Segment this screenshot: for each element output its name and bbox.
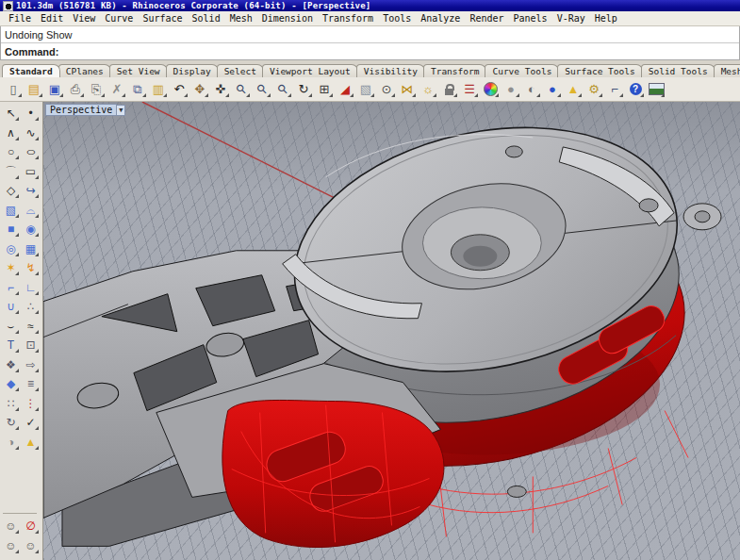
move-icon[interactable]: ✜ bbox=[211, 79, 231, 99]
render-env-icon[interactable] bbox=[647, 79, 666, 99]
cone-icon[interactable]: ▲ bbox=[564, 79, 584, 99]
sweep-surface-icon[interactable]: ⌓ bbox=[23, 202, 40, 219]
export-icon[interactable]: ⎘ bbox=[87, 79, 107, 99]
show-objects-icon[interactable]: ☺ bbox=[3, 537, 20, 554]
undo-icon[interactable]: ↶ bbox=[170, 79, 189, 99]
menu-item-transform[interactable]: Transform bbox=[318, 13, 378, 24]
array-linear-icon[interactable]: ⋮ bbox=[23, 395, 40, 412]
fillet-curve-icon[interactable]: ⌣ bbox=[3, 318, 20, 335]
sphere-icon[interactable]: ◉ bbox=[23, 221, 40, 238]
save-icon[interactable]: ▣ bbox=[45, 79, 65, 99]
mesh-box-icon[interactable]: ▦ bbox=[23, 240, 40, 257]
viewport-title-label[interactable]: Perspective bbox=[45, 104, 117, 116]
menu-item-render[interactable]: Render bbox=[465, 13, 508, 24]
record-history-icon[interactable]: ⋈ bbox=[398, 79, 418, 99]
trim-icon[interactable]: ↯ bbox=[23, 259, 40, 276]
menu-item-help[interactable]: Help bbox=[590, 13, 622, 24]
menu-item-file[interactable]: File bbox=[4, 13, 36, 24]
perspective-viewport[interactable]: Perspective ▼ bbox=[43, 102, 740, 560]
command-prompt[interactable]: Command: bbox=[1, 43, 739, 59]
layers-icon[interactable]: ☰ bbox=[460, 79, 480, 99]
pan-hand-icon[interactable]: ✥ bbox=[190, 79, 210, 99]
tab-mesh-tools[interactable]: Mesh Tools bbox=[714, 64, 740, 77]
render-sphere-icon[interactable]: ● bbox=[543, 79, 563, 99]
extend-curve-icon[interactable]: ↪ bbox=[23, 182, 40, 199]
menu-item-edit[interactable]: Edit bbox=[36, 13, 68, 24]
tab-cplanes[interactable]: CPlanes bbox=[58, 64, 111, 77]
help-icon[interactable]: ? bbox=[626, 79, 646, 99]
rotate-icon[interactable]: ↻ bbox=[3, 414, 20, 431]
menu-item-view[interactable]: View bbox=[68, 13, 100, 24]
curve-icon[interactable]: ∿ bbox=[23, 124, 40, 141]
viewport-layout-icon[interactable]: ⊞ bbox=[315, 79, 335, 99]
history-tree-icon[interactable]: ⌐ bbox=[605, 79, 625, 99]
torus-icon[interactable]: ◎ bbox=[3, 240, 20, 257]
solid-edit-icon[interactable]: ◆ bbox=[3, 375, 20, 392]
boolean-difference-icon[interactable]: ◑ bbox=[3, 434, 20, 451]
tab-transform[interactable]: Transform bbox=[423, 64, 486, 77]
delete-icon[interactable]: ✗ bbox=[107, 79, 127, 99]
viewport-menu-arrow-icon[interactable]: ▼ bbox=[117, 105, 125, 116]
menu-item-analyze[interactable]: Analyze bbox=[416, 13, 465, 24]
menu-item-panels[interactable]: Panels bbox=[509, 13, 552, 24]
3d-model-scene[interactable] bbox=[43, 102, 740, 560]
menu-item-tools[interactable]: Tools bbox=[378, 13, 416, 24]
paste-icon[interactable]: ▥ bbox=[149, 79, 169, 99]
tab-viewport-layout[interactable]: Viewport Layout bbox=[262, 64, 358, 77]
text-icon[interactable]: T bbox=[3, 337, 20, 354]
tab-surface-tools[interactable]: Surface Tools bbox=[557, 64, 642, 77]
edit-points-icon[interactable]: ⊡ bbox=[23, 337, 40, 354]
model-red-selection-front[interactable] bbox=[222, 400, 444, 547]
lock-icon[interactable] bbox=[439, 79, 459, 99]
fillet-edge-icon[interactable]: ⌐ bbox=[3, 279, 20, 296]
zoom-window-icon[interactable]: ⚲ bbox=[253, 79, 272, 99]
change-layer-icon[interactable]: ⇨ bbox=[23, 356, 40, 373]
boolean-union-icon[interactable]: ∪ bbox=[3, 298, 20, 315]
pyramid-icon[interactable]: ▲ bbox=[23, 434, 40, 451]
gears-icon[interactable]: ⚙ bbox=[584, 79, 604, 99]
rectangle-icon[interactable]: ▭ bbox=[23, 163, 40, 180]
tab-display[interactable]: Display bbox=[166, 64, 219, 77]
hatch-icon[interactable]: ≡ bbox=[23, 375, 40, 392]
circle-icon[interactable]: ○ bbox=[3, 143, 20, 160]
menu-item-dimension[interactable]: Dimension bbox=[257, 13, 318, 24]
shade-flat-icon[interactable]: ● bbox=[502, 79, 521, 99]
arc-icon[interactable]: ⌒ bbox=[3, 163, 20, 180]
tab-solid-tools[interactable]: Solid Tools bbox=[641, 64, 715, 77]
tab-curve-tools[interactable]: Curve Tools bbox=[485, 64, 559, 77]
copy-icon[interactable]: ⧉ bbox=[128, 79, 148, 99]
array-icon[interactable]: ∷ bbox=[3, 395, 20, 412]
point-icon[interactable]: • bbox=[23, 105, 40, 122]
ellipse-icon[interactable]: ○ bbox=[23, 143, 40, 160]
tab-set-view[interactable]: Set View bbox=[109, 64, 168, 77]
cplane-icon[interactable]: ⊙ bbox=[377, 79, 397, 99]
menu-item-solid[interactable]: Solid bbox=[188, 13, 225, 24]
check-icon[interactable]: ✓ bbox=[23, 414, 40, 431]
explode-icon[interactable]: ✶ bbox=[3, 259, 20, 276]
tab-select[interactable]: Select bbox=[217, 64, 264, 77]
box-icon[interactable]: ■ bbox=[3, 221, 20, 238]
map-icon[interactable]: ▧ bbox=[356, 79, 376, 99]
group-icon[interactable]: ❖ bbox=[3, 356, 20, 373]
shade-sphere-icon[interactable]: ◐ bbox=[522, 79, 542, 99]
surface-patch-icon[interactable]: ▧ bbox=[3, 202, 20, 219]
tab-standard[interactable]: Standard bbox=[2, 64, 60, 77]
color-wheel-icon[interactable] bbox=[481, 79, 501, 99]
print-icon[interactable]: ⎙ bbox=[66, 79, 86, 99]
blend-curve-icon[interactable]: ≈ bbox=[23, 318, 40, 335]
menu-item-surface[interactable]: Surface bbox=[138, 13, 187, 24]
lightbulb-icon[interactable]: ☼ bbox=[419, 79, 438, 99]
tab-visibility[interactable]: Visibility bbox=[356, 64, 425, 77]
car-icon[interactable]: ◢ bbox=[336, 79, 355, 99]
rotate-view-icon[interactable]: ↻ bbox=[294, 79, 314, 99]
open-folder-icon[interactable]: ▤ bbox=[25, 79, 44, 99]
menu-item-mesh[interactable]: Mesh bbox=[225, 13, 257, 24]
hide-swap-icon[interactable]: ☺ bbox=[3, 518, 20, 535]
polygon-icon[interactable]: ◇ bbox=[3, 182, 20, 199]
new-document-icon[interactable]: ▯ bbox=[4, 79, 24, 99]
point-cloud-icon[interactable]: ∴ bbox=[23, 298, 40, 315]
menu-item-v-ray[interactable]: V-Ray bbox=[552, 13, 590, 24]
zoom-icon[interactable]: ⚲ bbox=[232, 79, 252, 99]
show-selected-icon[interactable]: ☺ bbox=[23, 537, 40, 554]
menu-item-curve[interactable]: Curve bbox=[100, 13, 138, 24]
